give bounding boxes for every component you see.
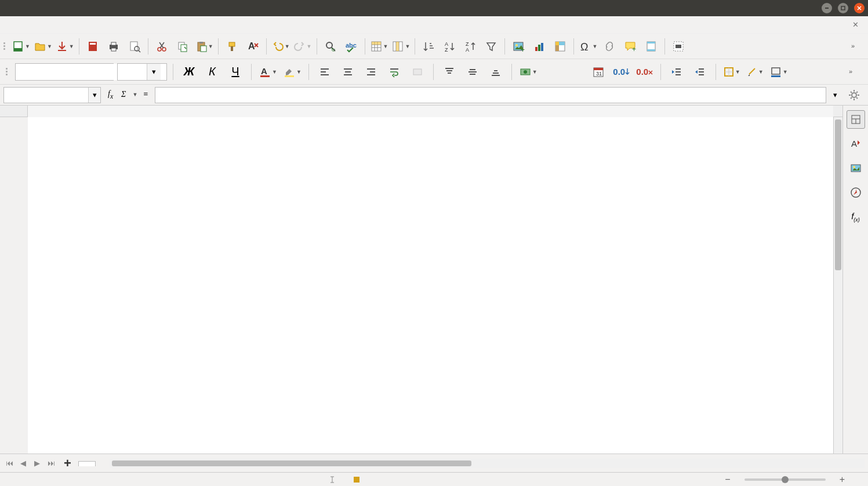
function-wizard-button[interactable]: fx bbox=[106, 88, 115, 101]
zoom-in-button[interactable]: + bbox=[837, 474, 847, 485]
sidebar-functions-button[interactable]: f(x) bbox=[847, 208, 865, 226]
remove-decimal-button[interactable]: 0.0 bbox=[635, 62, 655, 82]
menu-view[interactable] bbox=[32, 23, 46, 27]
border-color-button[interactable]: ▼ bbox=[768, 62, 789, 82]
align-center-button[interactable] bbox=[338, 62, 358, 82]
sidebar-navigator-button[interactable] bbox=[847, 183, 865, 202]
font-name-input[interactable] bbox=[16, 64, 126, 80]
vscroll-thumb[interactable] bbox=[835, 119, 841, 270]
menu-insert[interactable] bbox=[46, 23, 60, 27]
hscroll-thumb[interactable] bbox=[112, 460, 471, 466]
redo-button[interactable]: ▼ bbox=[292, 37, 313, 56]
number-button[interactable] bbox=[565, 62, 585, 82]
percent-button[interactable] bbox=[542, 62, 562, 82]
wrap-text-button[interactable] bbox=[384, 62, 404, 82]
find-replace-button[interactable]: ↻ bbox=[321, 37, 340, 56]
copy-button[interactable] bbox=[173, 37, 193, 56]
status-insert-mode[interactable] bbox=[326, 476, 339, 484]
menu-format[interactable] bbox=[60, 23, 74, 27]
menu-edit[interactable] bbox=[19, 23, 32, 27]
row-column-button[interactable]: ▼ bbox=[369, 37, 390, 56]
align-left-button[interactable] bbox=[315, 62, 335, 82]
paste-button[interactable]: ▼ bbox=[194, 37, 215, 56]
sidebar-settings-button[interactable] bbox=[844, 85, 864, 105]
zoom-slider[interactable] bbox=[744, 478, 826, 481]
currency-button[interactable]: ▼ bbox=[518, 62, 539, 82]
sheet-last-button[interactable]: ⏭ bbox=[45, 458, 57, 469]
sort-za-button[interactable]: ZA bbox=[460, 37, 480, 56]
merge-cells-button[interactable] bbox=[408, 62, 427, 82]
insert-image-button[interactable]: + bbox=[509, 37, 528, 56]
font-size-combo[interactable]: ▾ bbox=[117, 63, 167, 81]
sidebar-properties-button[interactable] bbox=[847, 110, 865, 129]
name-box-input[interactable] bbox=[4, 88, 88, 103]
font-size-dropdown-icon[interactable]: ▾ bbox=[147, 64, 161, 80]
cells-area[interactable] bbox=[28, 117, 833, 454]
sum-dropdown-icon[interactable]: ▼ bbox=[132, 92, 137, 97]
zoom-slider-thumb[interactable] bbox=[782, 476, 789, 483]
font-size-input[interactable] bbox=[118, 64, 147, 80]
zoom-out-button[interactable]: − bbox=[722, 474, 732, 485]
toolbar-grip[interactable] bbox=[3, 42, 7, 50]
border-style-button[interactable]: ▼ bbox=[745, 62, 765, 82]
formula-input[interactable] bbox=[155, 90, 826, 100]
menu-sheet[interactable] bbox=[88, 23, 102, 27]
select-all-corner[interactable] bbox=[0, 106, 28, 117]
add-decimal-button[interactable]: 0.0 bbox=[612, 62, 631, 82]
font-color-button[interactable]: A▼ bbox=[257, 62, 278, 82]
print-area-button[interactable] bbox=[669, 37, 688, 56]
align-top-button[interactable] bbox=[440, 62, 459, 82]
formula-input-wrap[interactable] bbox=[155, 87, 826, 103]
insert-chart-button[interactable] bbox=[529, 37, 549, 56]
align-bottom-button[interactable] bbox=[486, 62, 506, 82]
menu-tools[interactable] bbox=[116, 23, 130, 27]
save-button[interactable]: ▼ bbox=[55, 37, 75, 56]
highlight-color-button[interactable]: ▼ bbox=[282, 62, 303, 82]
italic-button[interactable]: К bbox=[202, 62, 222, 82]
hyperlink-button[interactable] bbox=[600, 37, 619, 56]
print-button[interactable] bbox=[104, 37, 124, 56]
special-char-button[interactable]: Ω▼ bbox=[578, 37, 598, 56]
sheet-first-button[interactable]: ⏮ bbox=[3, 458, 15, 469]
window-maximize-button[interactable] bbox=[838, 3, 848, 13]
menu-file[interactable] bbox=[5, 23, 19, 27]
status-selection-mode[interactable] bbox=[350, 476, 363, 484]
undo-button[interactable]: ▼ bbox=[270, 37, 291, 56]
add-sheet-button[interactable]: + bbox=[59, 456, 76, 471]
menubar-close-icon[interactable]: ✕ bbox=[848, 18, 863, 31]
decrease-indent-button[interactable] bbox=[690, 62, 710, 82]
font-name-combo[interactable]: ▾ bbox=[15, 63, 114, 81]
window-minimize-button[interactable] bbox=[822, 3, 832, 13]
vertical-scrollbar[interactable] bbox=[833, 117, 842, 454]
spellcheck-button[interactable]: abc bbox=[342, 37, 361, 56]
menu-data[interactable] bbox=[102, 23, 116, 27]
clone-formatting-button[interactable] bbox=[222, 37, 242, 56]
formula-expand-icon[interactable]: ▾ bbox=[829, 89, 841, 101]
sheet-prev-button[interactable]: ◀ bbox=[17, 458, 29, 469]
sheet-next-button[interactable]: ▶ bbox=[31, 458, 43, 469]
sort-az-button[interactable]: AZ bbox=[440, 37, 459, 56]
sort-asc-button[interactable] bbox=[419, 37, 438, 56]
new-button[interactable]: ▼ bbox=[10, 37, 31, 56]
sum-button[interactable]: Σ bbox=[119, 89, 128, 100]
sheet-tab-1[interactable] bbox=[78, 461, 96, 466]
export-pdf-button[interactable] bbox=[83, 37, 103, 56]
horizontal-scrollbar[interactable] bbox=[110, 459, 865, 468]
print-preview-button[interactable] bbox=[125, 37, 144, 56]
borders-button[interactable]: ▼ bbox=[722, 62, 742, 82]
window-close-button[interactable] bbox=[854, 3, 865, 13]
menu-help[interactable] bbox=[144, 23, 158, 27]
column-button[interactable]: ▼ bbox=[390, 37, 411, 56]
align-right-button[interactable] bbox=[361, 62, 381, 82]
sidebar-styles-button[interactable]: A bbox=[847, 135, 865, 153]
insert-pivot-button[interactable] bbox=[550, 37, 570, 56]
underline-button[interactable]: Ч bbox=[226, 62, 245, 82]
comment-button[interactable]: + bbox=[620, 37, 640, 56]
menu-styles[interactable] bbox=[74, 23, 88, 27]
sidebar-gallery-button[interactable] bbox=[847, 159, 865, 177]
equals-button[interactable]: = bbox=[141, 89, 150, 100]
align-middle-button[interactable] bbox=[463, 62, 482, 82]
toolbar-grip[interactable] bbox=[6, 68, 9, 75]
toolbar-overflow-icon[interactable]: » bbox=[845, 37, 865, 56]
headers-footers-button[interactable] bbox=[641, 37, 661, 56]
